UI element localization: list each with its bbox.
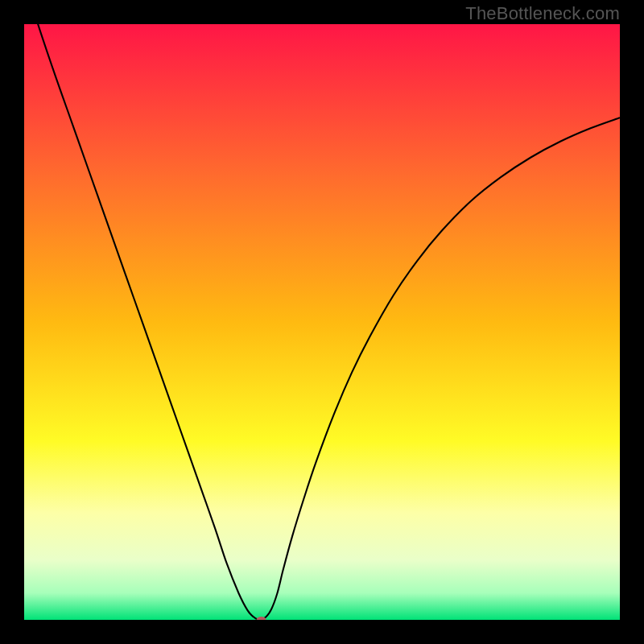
chart-plot-area [24,24,620,620]
chart-frame: TheBottleneck.com [0,0,644,644]
chart-svg [24,24,620,620]
gradient-background [24,24,620,620]
watermark-label: TheBottleneck.com [465,3,620,24]
